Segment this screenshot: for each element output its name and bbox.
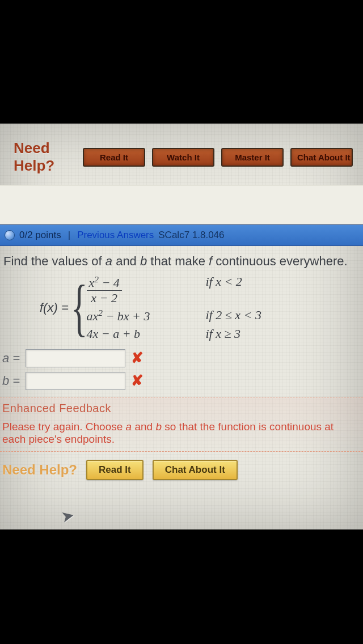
points-label: 0/2 points — [19, 230, 61, 241]
case-row: 4x − a + b if x ≥ 3 — [87, 327, 261, 341]
separator: | — [66, 230, 73, 241]
chat-about-it-button[interactable]: Chat About It — [290, 148, 353, 167]
question-header-bar: 0/2 points | Previous Answers SCalc7 1.8… — [0, 224, 363, 246]
case-condition: if x < 2 — [206, 274, 242, 306]
feedback-text: Please try again. Choose — [2, 421, 126, 433]
answer-section: a = ✘ b = ✘ — [0, 341, 363, 395]
previous-answers-link[interactable]: Previous Answers — [77, 230, 154, 241]
case-expression: 4x − a + b — [87, 327, 182, 341]
var-b: b — [155, 421, 162, 433]
feedback-text: so that the function is continuous at — [162, 421, 334, 433]
incorrect-icon: ✘ — [131, 372, 143, 389]
prompt-text: Find the values of — [3, 254, 105, 268]
incorrect-icon: ✘ — [131, 349, 143, 367]
piecewise-cases: x2 − 4 x − 2 if x < 2 ax2 − bx + 3 if 2 … — [87, 274, 261, 341]
prompt-text: that make — [147, 254, 209, 268]
var-a: a — [105, 254, 112, 268]
case-condition: if x ≥ 3 — [206, 327, 241, 341]
case-condition: if 2 ≤ x < 3 — [206, 308, 261, 324]
feedback-box: Enhanced Feedback Please try again. Choo… — [0, 397, 363, 452]
watch-it-button[interactable]: Watch It — [152, 148, 214, 167]
prompt-text: and — [112, 254, 140, 268]
left-brace-icon: { — [71, 282, 88, 333]
feedback-title: Enhanced Feedback — [2, 399, 361, 421]
function-lhs: f(x) = — [40, 300, 69, 315]
var-a: a — [126, 421, 132, 433]
chat-about-it-button[interactable]: Chat About It — [153, 460, 238, 480]
need-help-label: Need Help? — [14, 139, 76, 175]
case-row: ax2 − bx + 3 if 2 ≤ x < 3 — [87, 308, 261, 324]
case-row: x2 − 4 x − 2 if x < 2 — [87, 274, 261, 306]
page-content: Need Help? Read It Watch It Master It Ch… — [0, 124, 363, 529]
piecewise-function: f(x) = { x2 − 4 x − 2 if x < 2 ax2 − bx … — [0, 272, 363, 341]
feedback-line-1: Please try again. Choose a and b so that… — [2, 421, 361, 433]
answer-input-b[interactable] — [26, 372, 125, 390]
question-prompt: Find the values of a and b that make f c… — [0, 246, 363, 272]
textbook-reference: SCalc7 1.8.046 — [158, 230, 224, 241]
var-b: b — [140, 254, 147, 268]
answer-row-a: a = ✘ — [2, 347, 363, 370]
answer-label-b: b = — [2, 374, 20, 388]
status-dot-icon — [5, 230, 15, 240]
master-it-button[interactable]: Master It — [221, 148, 284, 167]
feedback-line-2: each piece's endpoints. — [2, 433, 361, 446]
help-row-top: Need Help? Read It Watch It Master It Ch… — [0, 132, 363, 181]
answer-input-a[interactable] — [26, 349, 125, 367]
need-help-label: Need Help? — [2, 462, 77, 478]
help-row-bottom: Need Help? Read It Chat About It — [0, 452, 363, 480]
fraction-numerator: x2 − 4 — [87, 274, 122, 290]
prompt-text: continuous everywhere. — [212, 254, 347, 268]
section-gap — [0, 185, 363, 224]
answer-row-b: b = ✘ — [2, 370, 363, 392]
case-expression: x2 − 4 x − 2 — [87, 274, 182, 306]
fraction-denominator: x − 2 — [88, 291, 120, 306]
feedback-text: and — [132, 421, 155, 433]
read-it-button[interactable]: Read It — [86, 460, 143, 480]
answer-label-a: a = — [2, 351, 20, 366]
case-expression: ax2 − bx + 3 — [87, 308, 182, 324]
read-it-button[interactable]: Read It — [83, 148, 145, 167]
